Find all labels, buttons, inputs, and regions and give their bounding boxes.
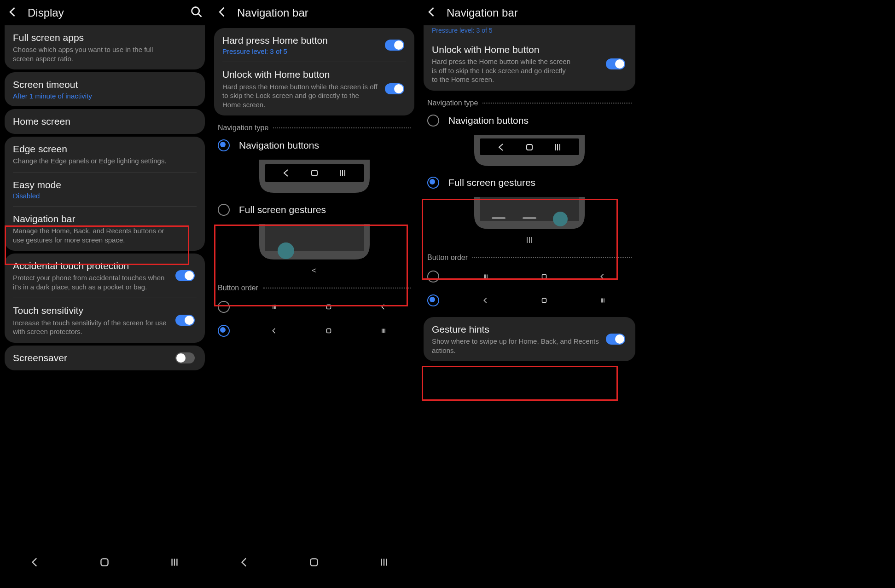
card: Full screen apps Choose which apps you w… bbox=[5, 25, 205, 69]
radio-unselected-icon bbox=[427, 115, 439, 127]
nav-recents-icon[interactable] bbox=[169, 556, 180, 570]
navigation-bar-row[interactable]: Navigation bar Manage the Home, Back, an… bbox=[13, 207, 197, 251]
nav-home-icon[interactable] bbox=[99, 556, 110, 570]
home-screen-row[interactable]: Home screen bbox=[13, 109, 197, 134]
svg-rect-2 bbox=[101, 559, 108, 565]
radio-selected-icon bbox=[218, 325, 230, 337]
easy-mode-row[interactable]: Easy mode Disabled bbox=[13, 173, 197, 207]
order-preview-back-first bbox=[457, 292, 632, 309]
svg-rect-17 bbox=[327, 329, 331, 333]
screensaver-toggle[interactable] bbox=[175, 352, 195, 363]
nav-recents-icon[interactable] bbox=[378, 556, 390, 570]
order-preview-back-first bbox=[247, 323, 411, 339]
touch-sensitivity-toggle[interactable] bbox=[175, 315, 195, 326]
gestures-preview bbox=[470, 197, 589, 233]
svg-rect-32 bbox=[523, 217, 536, 219]
radio-selected-icon bbox=[427, 294, 439, 306]
back-icon[interactable] bbox=[6, 6, 19, 20]
system-nav-bar bbox=[209, 553, 419, 573]
svg-line-1 bbox=[198, 13, 202, 17]
order-option-1[interactable] bbox=[209, 295, 419, 319]
svg-point-12 bbox=[278, 242, 294, 259]
button-order-header: Button order bbox=[427, 254, 632, 262]
svg-rect-6 bbox=[265, 164, 364, 182]
radio-unselected-icon bbox=[218, 204, 230, 216]
gesture-hints-row[interactable]: Gesture hints Show where to swipe up for… bbox=[432, 317, 627, 361]
full-gestures-option[interactable]: Full screen gestures bbox=[209, 199, 419, 220]
svg-rect-38 bbox=[542, 274, 546, 278]
order-preview-recents-first bbox=[247, 299, 411, 315]
cutoff-link: Pressure level: 3 of 5 bbox=[424, 26, 635, 37]
accidental-touch-row[interactable]: Accidental touch protection Protect your… bbox=[13, 254, 197, 298]
radio-unselected-icon bbox=[218, 301, 230, 313]
gestures-preview bbox=[255, 224, 374, 263]
order-option-2[interactable] bbox=[419, 288, 640, 312]
hard-press-home-row[interactable]: Hard press Home button Pressure level: 3… bbox=[222, 28, 406, 62]
page-title: Navigation bar bbox=[237, 6, 413, 19]
unlock-home-row[interactable]: Unlock with Home button Hard press the H… bbox=[222, 62, 406, 115]
nav-back-icon[interactable] bbox=[238, 556, 250, 570]
gesture-caption: III bbox=[419, 236, 640, 245]
back-icon[interactable] bbox=[216, 6, 229, 20]
system-nav-bar bbox=[0, 553, 209, 573]
nav-buttons-option[interactable]: Navigation buttons bbox=[419, 110, 640, 131]
order-option-2[interactable] bbox=[209, 319, 419, 343]
highlight-gesture-hints bbox=[422, 366, 618, 401]
accidental-touch-toggle[interactable] bbox=[175, 270, 195, 281]
search-icon[interactable] bbox=[190, 6, 203, 20]
nav-home-icon[interactable] bbox=[308, 556, 320, 570]
page-title: Navigation bar bbox=[447, 6, 633, 19]
nav-back-icon[interactable] bbox=[29, 556, 41, 570]
svg-rect-39 bbox=[542, 298, 546, 302]
svg-rect-21 bbox=[311, 559, 318, 565]
order-option-1[interactable] bbox=[419, 265, 640, 288]
display-settings-screen: Display Full screen apps Choose which ap… bbox=[0, 0, 209, 573]
navigation-bar-screen-a: Navigation bar Hard press Home button Pr… bbox=[209, 0, 419, 573]
touch-sensitivity-row[interactable]: Touch sensitivity Increase the touch sen… bbox=[13, 298, 197, 342]
full-gestures-option[interactable]: Full screen gestures bbox=[419, 172, 640, 193]
gesture-caption: < bbox=[209, 266, 419, 276]
order-preview-recents-first bbox=[457, 268, 632, 285]
svg-point-0 bbox=[192, 7, 199, 14]
edge-screen-row[interactable]: Edge screen Change the Edge panels or Ed… bbox=[13, 137, 197, 173]
button-order-header: Button order bbox=[218, 284, 411, 292]
screen-timeout-row[interactable]: Screen timeout After 1 minute of inactiv… bbox=[13, 72, 197, 106]
full-screen-apps-row[interactable]: Full screen apps Choose which apps you w… bbox=[13, 25, 197, 69]
svg-rect-25 bbox=[480, 138, 579, 155]
gesture-hints-toggle[interactable] bbox=[606, 334, 625, 345]
unlock-home-toggle[interactable] bbox=[385, 83, 404, 94]
nav-type-header: Navigation type bbox=[218, 124, 411, 132]
nav-type-header: Navigation type bbox=[427, 99, 632, 107]
navigation-bar-screen-b: Navigation bar Pressure level: 3 of 5 Un… bbox=[419, 0, 640, 573]
unlock-home-row[interactable]: Unlock with Home button Hard press the H… bbox=[432, 37, 627, 91]
page-title: Display bbox=[28, 6, 190, 19]
svg-point-34 bbox=[553, 212, 568, 226]
nav-buttons-preview bbox=[470, 135, 589, 169]
svg-rect-31 bbox=[492, 217, 506, 219]
nav-buttons-preview bbox=[255, 160, 374, 196]
unlock-home-toggle[interactable] bbox=[606, 58, 625, 69]
screensaver-row[interactable]: Screensaver bbox=[13, 346, 197, 370]
nav-buttons-option[interactable]: Navigation buttons bbox=[209, 135, 419, 156]
back-icon[interactable] bbox=[425, 6, 438, 20]
svg-rect-16 bbox=[327, 305, 331, 309]
radio-selected-icon bbox=[427, 177, 439, 189]
radio-unselected-icon bbox=[427, 271, 439, 282]
hard-press-toggle[interactable] bbox=[385, 40, 404, 51]
radio-selected-icon bbox=[218, 139, 230, 151]
